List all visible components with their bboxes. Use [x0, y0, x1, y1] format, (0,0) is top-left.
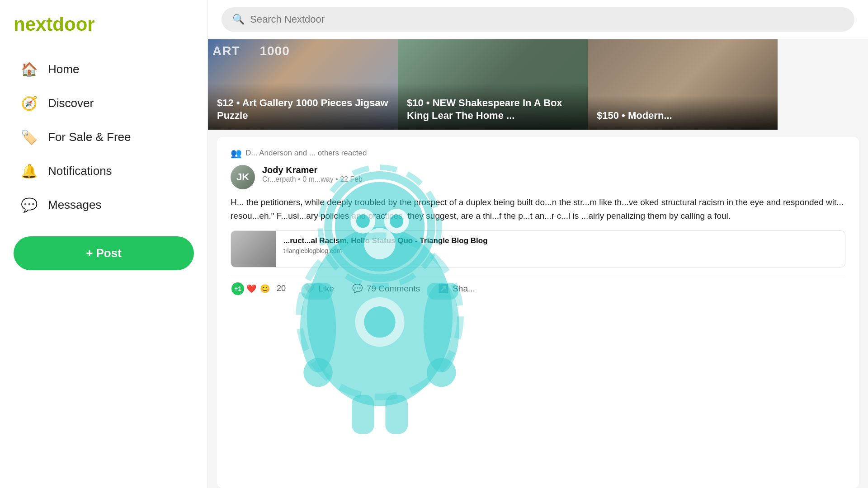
search-input-wrap[interactable]: 🔍	[222, 7, 854, 32]
sidebar-item-forsale[interactable]: 🏷️ For Sale & Free	[14, 121, 194, 153]
art-bg-text: ART 1000	[212, 44, 290, 58]
sidebar-item-discover[interactable]: 🧭 Discover	[14, 87, 194, 119]
share-button[interactable]: ↗️ Sha...	[438, 283, 475, 294]
logo: nextdoor	[14, 14, 194, 35]
svg-point-9	[300, 283, 336, 372]
reaction-count: 20	[277, 284, 286, 293]
svg-point-10	[424, 283, 459, 372]
reaction-emojis: +1 ❤️ 😊 20	[231, 282, 286, 296]
bell-icon: 🔔	[20, 163, 38, 179]
compass-icon: 🧭	[20, 95, 38, 111]
sidebar-item-forsale-label: For Sale & Free	[48, 130, 131, 144]
svg-point-16	[364, 306, 395, 338]
sidebar-item-home[interactable]: 🏠 Home	[14, 53, 194, 85]
sidebar-item-messages-label: Messages	[48, 198, 102, 212]
share-label: Sha...	[453, 284, 475, 294]
post-reaction-text: D... Anderson and ... others reacted	[245, 149, 367, 158]
listings-row: ART 1000 $12 • Art Gallery 1000 Pieces J…	[208, 39, 868, 130]
share-icon: ↗️	[438, 283, 449, 294]
sidebar-item-messages[interactable]: 💬 Messages	[14, 189, 194, 221]
sidebar-item-notifications-label: Notifications	[48, 164, 112, 178]
post-reaction-bar: 👥 D... Anderson and ... others reacted	[231, 148, 845, 159]
link-preview-text: ...ruct...al Racism, Hello Status Quo - …	[276, 231, 495, 267]
post-author: Jody Kramer	[262, 165, 363, 175]
svg-rect-14	[385, 395, 408, 434]
link-url: triangleblogblog.com	[283, 247, 488, 254]
post-button[interactable]: + Post	[14, 236, 194, 270]
post-sub: Cr...erpath • 0 m...way • 22 Feb	[262, 175, 363, 183]
search-input[interactable]	[250, 14, 844, 25]
listing-card-3-label: $150 • Modern...	[588, 96, 778, 130]
like-label: Like	[318, 284, 334, 294]
link-preview-image	[231, 231, 276, 267]
comments-label: 79 Comments	[367, 284, 420, 294]
listing-card-2-label: $10 • NEW Shakespeare In A Box King Lear…	[398, 83, 588, 130]
listing-card-2[interactable]: $10 • NEW Shakespeare In A Box King Lear…	[398, 39, 588, 130]
svg-point-12	[427, 358, 456, 387]
home-icon: 🏠	[20, 61, 38, 77]
listing-card-3[interactable]: $150 • Modern...	[588, 39, 778, 130]
comments-icon: 💬	[352, 283, 363, 294]
listing-card-1-label: $12 • Art Gallery 1000 Pieces Jigsaw Puz…	[208, 83, 398, 130]
emoji-heart: ❤️	[244, 282, 259, 296]
logo-text: nextdoor	[14, 14, 95, 35]
emoji-smile: 😊	[258, 282, 272, 296]
emoji-plus1: +1	[231, 282, 245, 296]
comments-button[interactable]: 💬 79 Comments	[352, 283, 420, 294]
sidebar-item-discover-label: Discover	[48, 96, 94, 110]
post-actions: +1 ❤️ 😊 20 🤍 Like 💬 79 Comments ↗️ Sha..…	[231, 275, 845, 296]
like-icon: 🤍	[304, 283, 315, 294]
post-header: JK Jody Kramer Cr...erpath • 0 m...way •…	[231, 165, 845, 189]
tag-icon: 🏷️	[20, 129, 38, 145]
link-title: ...ruct...al Racism, Hello Status Quo - …	[283, 236, 488, 245]
main-content: 🔍 ART 1000 $12 • Art Gallery 1000 Pieces…	[208, 0, 868, 488]
search-bar: 🔍	[208, 0, 868, 39]
post-body: H... the petitioners, while deeply troub…	[231, 196, 845, 223]
main-nav: 🏠 Home 🧭 Discover 🏷️ For Sale & Free 🔔 N…	[14, 53, 194, 223]
svg-rect-13	[352, 395, 374, 434]
post-meta: Jody Kramer Cr...erpath • 0 m...way • 22…	[262, 165, 363, 183]
sidebar-item-home-label: Home	[48, 62, 79, 76]
svg-point-11	[303, 358, 332, 387]
reaction-icon: 👥	[231, 148, 242, 159]
link-preview[interactable]: ...ruct...al Racism, Hello Status Quo - …	[231, 230, 845, 267]
sidebar: nextdoor 🏠 Home 🧭 Discover 🏷️ For Sale &…	[0, 0, 208, 488]
svg-point-15	[355, 297, 404, 347]
chat-icon: 💬	[20, 197, 38, 213]
listing-card-1[interactable]: ART 1000 $12 • Art Gallery 1000 Pieces J…	[208, 39, 398, 130]
sidebar-item-notifications[interactable]: 🔔 Notifications	[14, 155, 194, 187]
teal-overlay	[217, 137, 859, 488]
like-button[interactable]: 🤍 Like	[304, 283, 334, 294]
search-icon: 🔍	[232, 14, 245, 25]
post-card: 👥 D... Anderson and ... others reacted J…	[217, 137, 859, 488]
avatar: JK	[231, 165, 255, 189]
